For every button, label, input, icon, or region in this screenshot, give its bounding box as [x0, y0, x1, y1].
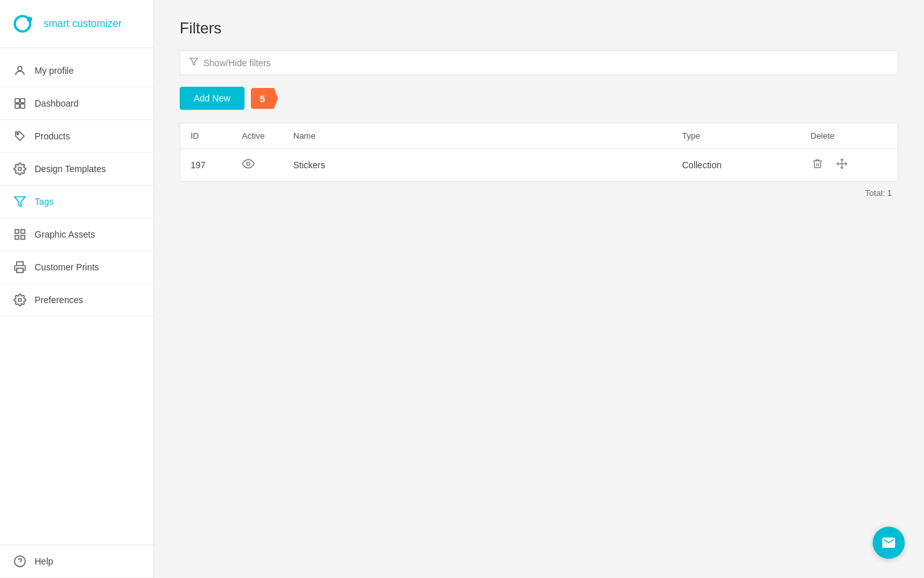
svg-point-8	[19, 168, 22, 171]
toolbar: Add New 5	[180, 87, 898, 110]
sidebar-item-design-templates-label: Design Templates	[35, 164, 106, 174]
table-header: ID Active Name Type Delete	[180, 123, 898, 149]
filter-icon	[13, 195, 27, 209]
move-button[interactable]	[835, 157, 849, 173]
sidebar-help: Help	[0, 545, 153, 578]
svg-marker-18	[190, 58, 198, 66]
svg-rect-11	[21, 230, 25, 234]
page-title: Filters	[180, 19, 898, 37]
svg-rect-12	[15, 236, 19, 240]
svg-rect-3	[15, 99, 20, 103]
svg-point-2	[18, 66, 22, 71]
svg-marker-9	[15, 197, 26, 207]
cell-actions	[810, 157, 887, 173]
sidebar-item-help-label: Help	[35, 556, 53, 566]
chat-button[interactable]	[873, 527, 905, 559]
filter-bar-icon	[189, 57, 198, 68]
sidebar-item-dashboard-label: Dashboard	[35, 98, 79, 109]
sidebar-item-tags[interactable]: Tags	[0, 186, 153, 218]
delete-button[interactable]	[810, 157, 825, 173]
svg-rect-13	[21, 236, 25, 240]
svg-point-15	[19, 299, 22, 302]
cell-type: Collection	[682, 160, 810, 170]
app-logo-icon	[13, 12, 37, 36]
svg-point-1	[27, 17, 32, 22]
sidebar-item-graphic-assets[interactable]: Graphic Assets	[0, 218, 153, 251]
tag-icon	[13, 129, 27, 143]
app-name: smart customizer	[44, 18, 122, 30]
cell-name: Stickers	[293, 160, 682, 170]
sidebar-item-help[interactable]: Help	[0, 545, 153, 578]
sidebar-item-preferences-label: Preferences	[35, 295, 83, 305]
badge-count[interactable]: 5	[251, 88, 278, 109]
main-content: Filters Show/Hide filters Add New 5 ID A…	[154, 0, 924, 578]
sidebar-item-graphic-assets-label: Graphic Assets	[35, 229, 95, 240]
sidebar-logo: smart customizer	[0, 0, 153, 48]
sidebar-item-dashboard[interactable]: Dashboard	[0, 87, 153, 120]
sidebar-item-preferences[interactable]: Preferences	[0, 284, 153, 317]
cell-active	[242, 157, 293, 173]
svg-rect-4	[21, 99, 25, 103]
sidebar-item-customer-prints-label: Customer Prints	[35, 262, 99, 272]
svg-rect-6	[21, 104, 25, 109]
filter-bar-text: Show/Hide filters	[203, 58, 271, 68]
sidebar-item-tags-label: Tags	[35, 197, 54, 207]
sidebar-item-customer-prints[interactable]: Customer Prints	[0, 251, 153, 284]
grid-icon	[13, 227, 27, 241]
row-actions	[810, 157, 887, 173]
filter-bar[interactable]: Show/Hide filters	[180, 50, 898, 75]
svg-point-7	[17, 133, 19, 135]
eye-icon[interactable]	[242, 160, 255, 173]
svg-rect-5	[15, 104, 20, 109]
col-header-active: Active	[242, 131, 293, 141]
sidebar-item-my-profile-label: My profile	[35, 66, 74, 76]
mail-icon	[881, 535, 896, 550]
data-table: ID Active Name Type Delete 197 Stickers …	[180, 123, 898, 182]
col-header-delete: Delete	[810, 131, 887, 141]
svg-rect-10	[15, 230, 19, 234]
help-icon	[13, 554, 27, 568]
sidebar-item-design-templates[interactable]: Design Templates	[0, 153, 153, 186]
dashboard-icon	[13, 96, 27, 110]
svg-point-19	[247, 162, 250, 165]
print-icon	[13, 260, 27, 274]
sidebar-item-my-profile[interactable]: My profile	[0, 55, 153, 87]
sidebar-nav: My profile Dashboard Produ	[0, 48, 153, 545]
add-new-button[interactable]: Add New	[180, 87, 244, 110]
tools-icon	[13, 162, 27, 176]
sidebar: smart customizer My profile	[0, 0, 154, 578]
total-text: Total: 1	[180, 188, 898, 198]
svg-rect-14	[17, 268, 23, 273]
sidebar-item-products-label: Products	[35, 131, 70, 141]
col-header-name: Name	[293, 131, 682, 141]
col-header-type: Type	[682, 131, 810, 141]
cell-id: 197	[191, 160, 242, 170]
sidebar-item-products[interactable]: Products	[0, 120, 153, 153]
person-icon	[13, 64, 27, 78]
col-header-id: ID	[191, 131, 242, 141]
gear-icon	[13, 293, 27, 307]
table-row: 197 Stickers Collection	[180, 149, 898, 181]
